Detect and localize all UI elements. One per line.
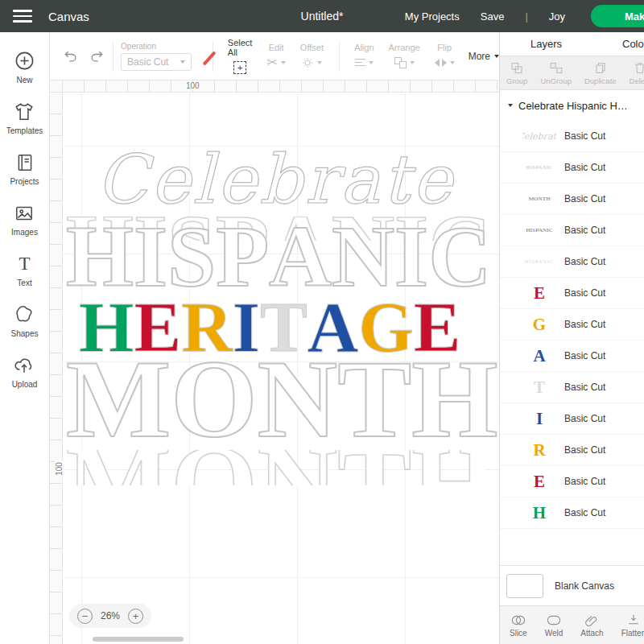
design-letter: T: [260, 292, 308, 363]
group-label: Group: [506, 76, 527, 85]
layer-row[interactable]: R Basic Cut: [500, 435, 644, 466]
select-all-button[interactable]: Select All: [228, 38, 253, 75]
zoom-in-button[interactable]: +: [128, 609, 143, 624]
document-title[interactable]: Untitled*: [301, 10, 344, 23]
ungroup-label: UnGroup: [540, 76, 572, 85]
layer-row[interactable]: HISPANIC Basic Cut: [500, 215, 644, 246]
layer-operation-label: Basic Cut: [564, 350, 605, 361]
layer-row[interactable]: H Basic Cut: [500, 497, 644, 529]
redo-icon[interactable]: [89, 48, 105, 64]
sidebar-item-images[interactable]: Images: [11, 203, 38, 237]
offset-button[interactable]: Offset: [300, 43, 324, 70]
ungroup-button[interactable]: UnGroup: [540, 61, 572, 85]
design-letter: H: [79, 292, 134, 363]
layer-row[interactable]: E Basic Cut: [500, 278, 644, 309]
group-button[interactable]: Group: [506, 61, 527, 85]
layer-row[interactable]: G Basic Cut: [500, 309, 644, 341]
save-link[interactable]: Save: [481, 10, 505, 23]
hamburger-menu-icon[interactable]: [13, 10, 32, 23]
layer-thumbnail: G: [522, 314, 556, 335]
layer-row[interactable]: Celebrate Basic Cut: [500, 121, 644, 152]
flip-button[interactable]: Flip: [435, 43, 455, 70]
duplicate-label: Duplicate: [584, 76, 617, 85]
more-label: More: [469, 51, 490, 62]
select-all-label: Select All: [228, 38, 253, 57]
sidebar-item-label: Projects: [10, 177, 39, 186]
layer-tools-bar: Slice Weld Attach Flatten: [500, 605, 644, 644]
user-menu[interactable]: Joy: [549, 10, 565, 23]
edit-button[interactable]: Edit ✂: [266, 43, 285, 70]
blank-canvas-row[interactable]: Blank Canvas: [500, 565, 644, 605]
layer-operation-label: Basic Cut: [564, 507, 605, 518]
design-word-heritage[interactable]: H E R I T A G E: [79, 292, 435, 363]
select-all-icon: [233, 61, 246, 74]
offset-label: Offset: [300, 43, 324, 52]
design-letter: S: [167, 213, 216, 300]
sidebar-item-templates[interactable]: Templates: [6, 101, 43, 135]
layer-row[interactable]: A Basic Cut: [500, 341, 644, 372]
design-letter: I: [233, 292, 260, 363]
top-header: Canvas Untitled* My Projects Save | Joy …: [0, 0, 644, 32]
edit-toolbar: Operation Basic Cut Select All Edit ✂ Of…: [50, 32, 499, 80]
layer-thumbnail: A: [522, 345, 556, 366]
blank-canvas-swatch[interactable]: [506, 574, 543, 598]
duplicate-button[interactable]: Duplicate: [584, 61, 617, 85]
shapes-blob-icon: [14, 304, 35, 325]
zoom-out-button[interactable]: −: [77, 609, 93, 624]
sidebar-item-projects[interactable]: Projects: [10, 152, 39, 186]
make-it-button[interactable]: Make It: [591, 5, 644, 27]
sidebar-item-upload[interactable]: Upload: [12, 355, 38, 389]
layer-operation-label: Basic Cut: [564, 130, 605, 142]
layer-group-header[interactable]: Celebrate Hispanic Heritage Month: [500, 90, 644, 121]
arrange-button[interactable]: Arrange: [389, 43, 420, 70]
upload-cloud-icon: [14, 355, 35, 376]
sidebar-item-shapes[interactable]: Shapes: [11, 304, 39, 338]
arrange-layers-icon: [394, 57, 407, 68]
sidebar-item-label: Text: [17, 279, 31, 287]
sidebar-item-new[interactable]: New: [14, 50, 35, 85]
layer-row[interactable]: HISPANIC Basic Cut: [500, 152, 644, 184]
zoom-control: − 26% +: [69, 604, 151, 628]
operation-dropdown[interactable]: Basic Cut: [121, 53, 192, 71]
layer-row[interactable]: E Basic Cut: [500, 466, 644, 497]
flatten-button[interactable]: Flatten: [621, 613, 644, 638]
delete-button[interactable]: Delete: [630, 61, 644, 85]
ruler-left-label: 100: [55, 460, 64, 477]
chevron-down-icon: [281, 61, 286, 64]
layer-thumbnail: HISPANIC: [522, 220, 556, 241]
layer-operation-label: Basic Cut: [564, 193, 605, 204]
tab-layers[interactable]: Layers: [530, 38, 562, 50]
linetype-color-swatch[interactable]: [200, 49, 201, 70]
design-word-hispanic[interactable]: H I S P A N I C: [66, 213, 485, 300]
layer-row[interactable]: I Basic Cut: [500, 403, 644, 435]
undo-icon[interactable]: [63, 48, 79, 64]
notebook-icon: [14, 152, 35, 173]
design-letter: P: [216, 213, 269, 300]
horizontal-scrollbar[interactable]: [93, 637, 184, 642]
operation-block: Operation Basic Cut: [121, 42, 192, 71]
attach-label: Attach: [580, 629, 603, 638]
tab-color-sync[interactable]: Color Sync: [622, 38, 644, 50]
design-letter: N: [332, 213, 394, 300]
layer-row[interactable]: HISPANIC Basic Cut: [500, 246, 644, 278]
delete-trash-icon: [633, 61, 644, 75]
weld-button[interactable]: Weld: [545, 613, 564, 638]
sidebar-item-text[interactable]: T Text: [17, 254, 31, 287]
design-artwork[interactable]: Celebrate H I S P A N I C H I S P A N I …: [66, 137, 485, 485]
align-lines-icon: [355, 59, 365, 67]
layer-row[interactable]: T Basic Cut: [500, 372, 644, 403]
layer-row[interactable]: MONTH Basic Cut: [500, 184, 644, 215]
attach-button[interactable]: Attach: [580, 613, 603, 638]
design-canvas[interactable]: Celebrate H I S P A N I C H I S P A N I …: [50, 80, 499, 644]
chevron-down-icon: [317, 61, 322, 64]
edit-label: Edit: [269, 43, 284, 52]
slice-button[interactable]: Slice: [510, 613, 527, 638]
duplicate-icon: [593, 61, 608, 75]
more-button[interactable]: More: [469, 51, 499, 62]
flatten-icon: [625, 613, 642, 627]
blank-canvas-label: Blank Canvas: [555, 580, 614, 592]
align-button[interactable]: Align: [354, 43, 374, 70]
my-projects-link[interactable]: My Projects: [405, 10, 460, 23]
text-tool-icon: T: [19, 254, 30, 275]
header-divider: |: [525, 10, 527, 23]
